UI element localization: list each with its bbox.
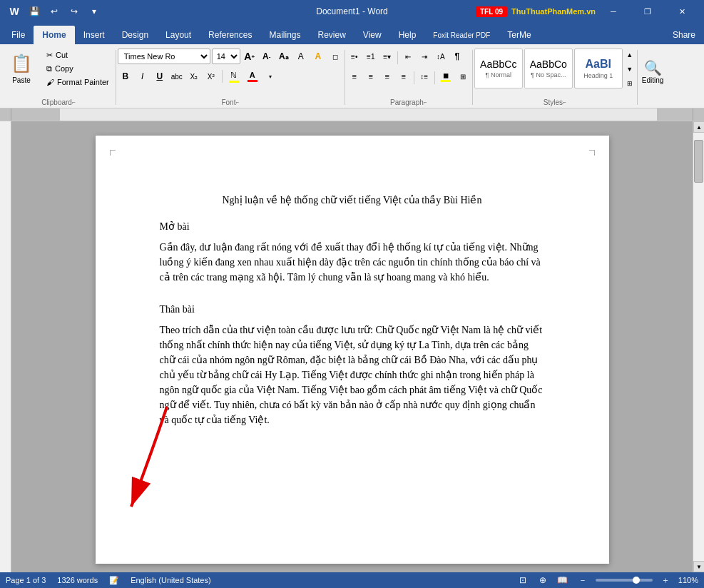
styles-scroll-down-btn[interactable]: ▼ — [624, 63, 636, 76]
styles-expand-icon[interactable]: ⌐ — [563, 99, 566, 106]
doc-paragraph2[interactable]: Theo trích dẫn của thư viện toàn cầu đượ… — [160, 323, 545, 427]
tab-review[interactable]: Review — [309, 26, 354, 44]
zoom-out-btn[interactable]: － — [576, 573, 590, 587]
ruler-right — [693, 108, 704, 121]
borders-btn[interactable]: ⊞ — [455, 69, 471, 84]
tab-insert[interactable]: Insert — [75, 26, 113, 44]
tab-share[interactable]: Share — [664, 26, 704, 44]
tab-terme[interactable]: TerMe — [499, 26, 539, 44]
paste-icon: 📋 — [11, 54, 32, 74]
show-hide-btn[interactable]: ¶ — [449, 49, 465, 64]
shading-color — [441, 80, 451, 82]
tab-foxit[interactable]: Foxit Reader PDF — [424, 26, 499, 44]
word-count[interactable]: 1326 words — [57, 576, 98, 584]
bold-btn[interactable]: B — [118, 69, 133, 84]
align-center-btn[interactable]: ≡ — [363, 69, 379, 84]
redo-quick-btn[interactable]: ↪ — [66, 3, 83, 20]
strikethrough-btn[interactable]: abc — [169, 69, 185, 84]
font-expand-icon[interactable]: ⌐ — [235, 99, 239, 106]
change-case-btn[interactable]: Aₐ — [276, 49, 292, 64]
tab-view[interactable]: View — [354, 26, 390, 44]
align-right-btn[interactable]: ≡ — [379, 69, 395, 84]
font-dialog-btn[interactable]: ◻ — [327, 49, 343, 64]
justify-btn[interactable]: ≡ — [396, 69, 412, 84]
vertical-ruler — [0, 121, 11, 572]
text-effects-btn[interactable]: A — [310, 49, 326, 64]
paragraph-expand-icon[interactable]: ⌐ — [424, 99, 427, 106]
zoom-level-text: 110% — [678, 576, 698, 584]
scroll-down-btn[interactable]: ▼ — [693, 561, 704, 572]
scroll-track[interactable] — [693, 133, 704, 561]
increase-font-btn[interactable]: A+ — [242, 49, 257, 64]
style-heading1[interactable]: AaBl Heading 1 — [574, 49, 623, 88]
print-layout-btn[interactable]: ⊡ — [516, 573, 530, 587]
font-color-btn[interactable]: A — [244, 69, 261, 84]
shading-btn[interactable]: ◼ — [437, 69, 454, 84]
styles-expand-btn[interactable]: ⊞ — [624, 77, 636, 90]
sort-btn[interactable]: ↕A — [433, 49, 449, 64]
text-highlight-btn[interactable]: ℕ — [225, 69, 243, 84]
bullets-btn[interactable]: ≡• — [347, 49, 362, 64]
tab-mailings[interactable]: Mailings — [260, 26, 309, 44]
tab-design[interactable]: Design — [113, 26, 157, 44]
multilevel-btn[interactable]: ≡▾ — [379, 49, 395, 64]
doc-paragraph1[interactable]: Gần đây, dư luận đang rất nóng với đề xu… — [160, 240, 545, 285]
font-size-select[interactable]: 14 — [212, 49, 240, 64]
track-changes-icon[interactable]: 📝 — [109, 576, 119, 585]
tab-references[interactable]: References — [200, 26, 260, 44]
doc-section1-heading[interactable]: Mở bài — [160, 219, 545, 234]
zoom-in-btn[interactable]: ＋ — [658, 573, 673, 587]
font-label: Font ⌐ — [118, 96, 343, 108]
cut-btn[interactable]: ✂ Cut — [41, 49, 114, 61]
doc-title[interactable]: Nghị luận về hệ thống chữ viết tiếng Việ… — [160, 193, 545, 208]
para-sep1 — [397, 51, 398, 64]
customize-quick-btn[interactable]: ▾ — [86, 3, 103, 20]
restore-btn[interactable]: ❐ — [631, 0, 664, 23]
align-left-btn[interactable]: ≡ — [347, 69, 362, 84]
clipboard-group: 📋 Paste ✂ Cut ⧉ Copy 🖌 Format Painter C — [3, 47, 114, 108]
increase-indent-btn[interactable]: ⇥ — [417, 49, 432, 64]
tab-help[interactable]: Help — [390, 26, 425, 44]
clipboard-expand-icon[interactable]: ⌐ — [72, 99, 76, 106]
page-info[interactable]: Page 1 of 3 — [6, 576, 46, 584]
tab-layout[interactable]: Layout — [157, 26, 200, 44]
editing-icon: 🔍 — [644, 59, 662, 76]
decrease-indent-btn[interactable]: ⇤ — [400, 49, 416, 64]
scroll-thumb[interactable] — [694, 140, 703, 183]
status-right: ⊡ ⊕ 📖 － ＋ 110% — [516, 573, 698, 587]
tab-file[interactable]: File — [3, 26, 34, 44]
undo-quick-btn[interactable]: ↩ — [46, 3, 63, 20]
font-color-dropdown-btn[interactable]: ▾ — [262, 69, 278, 84]
doc-scroll-area[interactable]: Nghị luận về hệ thống chữ viết tiếng Việ… — [11, 121, 693, 572]
styles-group: AaBbCc ¶ Normal AaBbCo ¶ No Spac... AaBl… — [474, 47, 636, 108]
language[interactable]: English (United States) — [131, 576, 211, 584]
numbering-btn[interactable]: ≡1 — [363, 49, 379, 64]
scroll-up-btn[interactable]: ▲ — [693, 121, 704, 133]
web-layout-btn[interactable]: ⊕ — [536, 573, 550, 587]
italic-btn[interactable]: I — [135, 69, 151, 84]
tab-home[interactable]: Home — [34, 26, 74, 44]
minimize-btn[interactable]: ─ — [597, 0, 630, 23]
decrease-font-btn[interactable]: A- — [259, 49, 275, 64]
cut-icon: ✂ — [46, 51, 53, 60]
subscript-btn[interactable]: X₂ — [186, 69, 202, 84]
corner-tl — [110, 150, 116, 156]
underline-btn[interactable]: U — [152, 69, 168, 84]
zoom-level[interactable]: 110% — [678, 576, 698, 584]
copy-btn[interactable]: ⧉ Copy — [41, 62, 114, 75]
font-name-select[interactable]: Times New Ro — [118, 49, 210, 64]
zoom-slider[interactable] — [596, 579, 653, 582]
read-mode-btn[interactable]: 📖 — [556, 573, 570, 587]
styles-scroll-up-btn[interactable]: ▲ — [624, 49, 636, 61]
format-painter-btn[interactable]: 🖌 Format Painter — [41, 76, 114, 88]
close-btn[interactable]: ✕ — [665, 0, 698, 23]
paste-btn[interactable]: 📋 Paste — [3, 49, 40, 88]
line-spacing-btn[interactable]: ↕≡ — [417, 69, 432, 84]
doc-section2-heading[interactable]: Thân bài — [160, 302, 545, 317]
superscript-btn[interactable]: X² — [203, 69, 219, 84]
save-quick-btn[interactable]: 💾 — [26, 3, 43, 20]
style-normal[interactable]: AaBbCc ¶ Normal — [474, 49, 523, 88]
font-color-bar — [248, 80, 257, 82]
style-no-spacing[interactable]: AaBbCo ¶ No Spac... — [524, 49, 573, 88]
clear-format-btn[interactable]: A — [293, 49, 309, 64]
